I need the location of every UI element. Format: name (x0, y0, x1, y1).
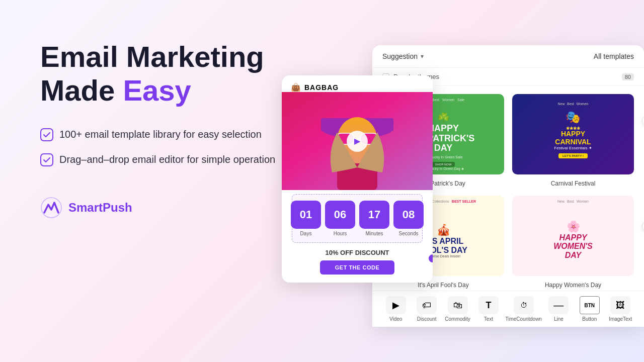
left-section: Email Marketing Made Easy 100+ email tem… (40, 40, 282, 219)
video-label: Video (389, 316, 402, 322)
email-header: 👜 BAGBAG (282, 75, 433, 92)
headline: Email Marketing Made Easy (40, 40, 282, 107)
headline-line1: Email Marketing (40, 40, 264, 73)
icon-timecountdown[interactable]: ⏱ TimeCountdown (505, 296, 541, 322)
discount-label: Discount (417, 316, 437, 322)
timecountdown-icon: ⏱ (514, 296, 534, 314)
carnival-subtitle: Festival Essentials ✦ (554, 146, 592, 150)
nav-item: Collections (432, 200, 449, 203)
check-icon-1 (40, 128, 53, 141)
seconds-block: 08 (393, 201, 424, 229)
days-block: 01 (291, 201, 321, 229)
hours-value: 06 (334, 209, 346, 220)
days-value: 01 (300, 209, 312, 220)
svg-rect-1 (41, 154, 53, 166)
carnival-title: HappyCarnival (555, 130, 591, 146)
headline-accent: Easy (123, 74, 191, 107)
panel-header: Suggestion ▾ All templates (372, 45, 644, 68)
suggestion-dropdown[interactable]: Suggestion ▾ (382, 52, 424, 60)
womens-title: HAPPYWomen'sDay (553, 233, 593, 260)
play-button[interactable]: ▶ (347, 131, 368, 152)
brand-name-email: BAGBAG (304, 83, 339, 92)
template-name-carnival: Carnival Festival (551, 180, 596, 187)
chevron-down-icon: ▾ (421, 53, 424, 60)
countdown-row: 01 Days 06 Hours 17 Minutes (299, 201, 415, 236)
icon-discount[interactable]: 🏷 Discount (413, 296, 441, 322)
minutes-label: Minutes (359, 231, 389, 236)
get-code-button[interactable]: GET THE CODE (320, 260, 395, 275)
timecountdown-label: TimeCountdown (505, 316, 541, 322)
features-list: 100+ email template library for easy sel… (40, 127, 282, 166)
template-name-aprilfools: It's April Fool's Day (418, 282, 468, 289)
feature-text-2: Drag–and–drop email editor for simple op… (59, 152, 275, 166)
carnival-nav: New Best Women (558, 98, 589, 107)
countdown-area: 01 Days 06 Hours 17 Minutes (292, 194, 423, 243)
nav-item: BEST SELLER (452, 200, 476, 203)
commodity-icon: 🛍 (448, 296, 468, 314)
discount-icon: 🏷 (417, 296, 437, 314)
svg-rect-0 (41, 129, 53, 141)
countdown-seconds: 08 Seconds (393, 201, 424, 236)
discount-area: 10% OFF DISCOUNT GET THE CODE (282, 243, 433, 283)
hours-label: Hours (325, 231, 355, 236)
minutes-block: 17 (359, 201, 389, 229)
brand-name: SmartPush (68, 201, 132, 215)
bag-icon: 👜 (291, 82, 301, 92)
hours-block: 06 (325, 201, 355, 229)
nav-item: Sale (457, 98, 464, 102)
feature-item-1: 100+ email template library for easy sel… (40, 127, 282, 141)
countdown-wrapper: 01 Days 06 Hours 17 Minutes (282, 190, 433, 243)
icon-video[interactable]: ▶ Video (382, 296, 410, 322)
nav-item: New (558, 102, 565, 106)
nav-item: Best (567, 102, 574, 106)
imagetext-icon: 🖼 (610, 296, 630, 314)
brand-logo: SmartPush (40, 197, 282, 219)
template-card-carnival: New Best Women 🎭 ⭐⭐⭐⭐ HappyCarnival Fest… (512, 94, 634, 174)
template-name-womensday: Happy Women's Day (545, 282, 601, 289)
dropdown-label: Suggestion (382, 52, 418, 60)
feature-text-1: 100+ email template library for easy sel… (59, 127, 262, 141)
nav-item: Best (432, 98, 439, 102)
seconds-value: 08 (403, 209, 415, 220)
email-preview: 👜 BAGBAG (282, 75, 433, 283)
email-hero-image: ▶ (282, 92, 433, 190)
icon-button[interactable]: BTN Button (576, 296, 604, 322)
template-item-womensday[interactable]: New Best Women 🌸 HAPPYWomen'sDay Happy W… (512, 196, 634, 289)
button-label: Button (582, 316, 597, 322)
nav-item: Best (567, 200, 574, 203)
nav-item: New (557, 200, 565, 203)
countdown-days: 01 Days (291, 201, 321, 236)
icons-row: ▶ Video 🏷 Discount 🛍 Commodity T Text ⏱ … (372, 291, 644, 327)
check-icon-2 (40, 153, 53, 166)
template-card-womens: New Best Women 🌸 HAPPYWomen'sDay (512, 196, 634, 276)
right-section: Suggestion ▾ All templates Popular theme… (282, 45, 644, 332)
countdown-hours: 06 Hours (325, 201, 355, 236)
line-label: Line (554, 316, 564, 322)
nav-item: Women (577, 200, 589, 203)
filter-badge: 80 (622, 73, 634, 80)
icon-imagetext[interactable]: 🖼 ImageText (606, 296, 634, 322)
icon-commodity[interactable]: 🛍 Commodity (444, 296, 472, 322)
days-label: Days (291, 231, 321, 236)
brand-logo-email: 👜 BAGBAG (291, 82, 339, 92)
template-item-carnival[interactable]: New Best Women 🎭 ⭐⭐⭐⭐ HappyCarnival Fest… (512, 94, 634, 188)
icon-text[interactable]: T Text (474, 296, 503, 322)
headline-line2-prefix: Made (40, 74, 123, 107)
imagetext-label: ImageText (609, 316, 632, 322)
discount-text: 10% OFF DISCOUNT (291, 249, 424, 256)
all-templates-label: All templates (594, 52, 634, 60)
icon-line[interactable]: — Line (544, 296, 573, 322)
commodity-label: Commodity (445, 316, 470, 322)
countdown-minutes: 17 Minutes (359, 201, 389, 236)
line-icon: — (548, 296, 569, 314)
nav-item: Women (576, 102, 588, 106)
feature-item-2: Drag–and–drop email editor for simple op… (40, 152, 282, 166)
seconds-label: Seconds (393, 231, 424, 236)
carnival-btn: LET'S PARTY ! (558, 153, 588, 158)
nav-item: Women (442, 98, 454, 102)
minutes-value: 17 (368, 209, 380, 220)
stpatrick-btn: SHOP NOW (432, 162, 454, 167)
text-icon: T (478, 296, 499, 314)
video-icon: ▶ (386, 296, 406, 314)
text-label: Text (484, 316, 493, 322)
